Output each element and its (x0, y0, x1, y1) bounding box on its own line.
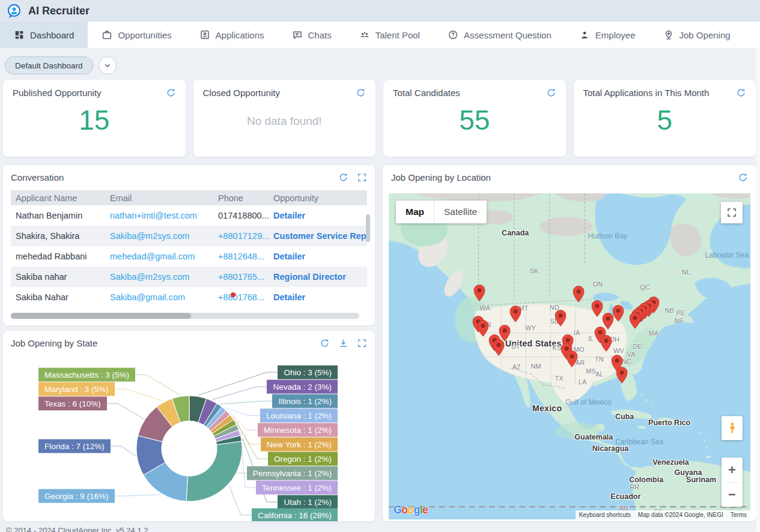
stat-empty-text: No data found! (203, 115, 366, 128)
tab-talent-pool[interactable]: Talent Pool (345, 22, 434, 48)
top-header: AI Recruiter (0, 0, 760, 22)
map-type-map-button[interactable]: Map (396, 201, 434, 223)
email-link[interactable]: mehedad@gmail.com (110, 252, 195, 261)
tab-label: Talent Pool (375, 30, 420, 40)
terms-link[interactable]: Terms (727, 510, 750, 519)
map-attribution: Keyboard shortcuts Map data ©2024 Google… (576, 510, 750, 519)
table-horizontal-scrollbar[interactable] (11, 313, 359, 319)
email-link[interactable]: nathan+imti@test.com (110, 211, 197, 220)
state-chip-ohio[interactable]: Ohio : 3 (5%) (278, 366, 338, 379)
column-header-email[interactable]: Email (105, 190, 213, 205)
refresh-icon[interactable] (736, 88, 746, 98)
pie-slice-california[interactable] (186, 441, 242, 501)
stats-row: Published Opportunity15Closed Opportunit… (3, 80, 756, 157)
stat-card-total-applications-in-this-month: Total Applications in This Month5 (574, 80, 756, 157)
table-row: Sakiba naharSakiba@m2sys.com+8801765...R… (11, 267, 367, 287)
map-marker-icon[interactable] (629, 312, 640, 331)
refresh-icon[interactable] (166, 88, 176, 98)
conversation-table: Applicant NameEmailPhoneOpportunity Nath… (11, 190, 367, 307)
state-chip-illinois[interactable]: Illinois : 1 (2%) (272, 394, 338, 408)
zoom-in-button[interactable]: + (722, 458, 743, 482)
app-logo-icon (6, 3, 22, 19)
map-marker-icon[interactable] (493, 339, 505, 358)
tab-job-opening[interactable]: Job Opening (649, 22, 744, 48)
state-chip-minnesota[interactable]: Minnesota : 1 (2%) (258, 423, 338, 437)
notification-dot (231, 292, 236, 297)
tab-label: Assessment Question (464, 30, 552, 40)
column-header-opportunity[interactable]: Opportunity (269, 190, 367, 205)
phone-link[interactable]: +8812648... (218, 252, 264, 261)
applicant-card-icon (199, 29, 210, 40)
tab-chats[interactable]: Chats (278, 22, 345, 48)
phone-link[interactable]: +88017129... (218, 231, 269, 241)
opportunity-link[interactable]: Detailer (273, 292, 305, 302)
phone-link[interactable]: +8801768... (218, 292, 264, 302)
tab-applications[interactable]: Applications (186, 22, 278, 48)
opportunity-link[interactable]: Detailer (273, 252, 305, 261)
state-chip-maryland[interactable]: Maryland : 3 (5%) (38, 382, 115, 396)
state-chip-tennessee[interactable]: Tennessee : 1 (2%) (256, 481, 338, 495)
state-chip-massachusetts[interactable]: Massachusetts : 3 (5%) (38, 368, 135, 382)
opportunity-link[interactable]: Customer Service Repr (273, 231, 367, 241)
opportunity-link[interactable]: Regional Director (273, 272, 346, 282)
state-chip-georgia[interactable]: Georgia : 9 (16%) (38, 489, 115, 503)
state-chip-california[interactable]: California : 16 (28%) (252, 509, 338, 522)
map-marker-icon[interactable] (555, 310, 566, 329)
state-chip-new-york[interactable]: New York : 1 (2%) (261, 438, 338, 452)
expand-icon[interactable] (357, 338, 367, 348)
street-view-pegman-button[interactable] (722, 416, 743, 440)
map-marker-icon[interactable] (567, 351, 578, 370)
zoom-out-button[interactable]: − (722, 483, 743, 507)
stat-value: 55 (393, 104, 556, 136)
dashboard-selector-pill[interactable]: Default Dashboard (5, 56, 93, 74)
map-data-text: Map data ©2024 Google, INEGI (634, 510, 727, 519)
state-chip-louisiana[interactable]: Louisiana : 1 (2%) (260, 409, 338, 423)
map-marker-icon[interactable] (600, 335, 612, 354)
page-scrollbar-track[interactable] (756, 48, 760, 532)
tab-label: Employee (595, 30, 636, 40)
map-marker-icon[interactable] (612, 305, 624, 324)
map-marker-icon[interactable] (473, 285, 485, 304)
table-vertical-scrollbar[interactable] (366, 214, 370, 242)
refresh-icon[interactable] (738, 172, 748, 183)
state-chip-texas[interactable]: Texas : 6 (10%) (38, 397, 107, 411)
download-icon[interactable] (338, 338, 348, 348)
map-marker-icon[interactable] (592, 300, 603, 319)
tab-employee[interactable]: Employee (565, 22, 649, 48)
phone-link[interactable]: +8801765... (218, 272, 264, 282)
refresh-icon[interactable] (546, 88, 556, 98)
google-map[interactable]: CanadaHudson BayLabrador SeaUnited State… (389, 193, 750, 519)
email-link[interactable]: Sakiba@gmail.com (110, 292, 185, 302)
state-chip-utah[interactable]: Utah : 1 (2%) (278, 495, 338, 509)
map-fullscreen-button[interactable] (721, 202, 743, 223)
dashboard-selector-expand-button[interactable] (99, 56, 117, 74)
map-marker-icon[interactable] (616, 367, 628, 386)
refresh-icon[interactable] (338, 172, 348, 183)
column-header-phone[interactable]: Phone (213, 190, 269, 205)
tab-dashboard[interactable]: Dashboard (0, 22, 88, 48)
refresh-icon[interactable] (356, 88, 366, 98)
tab-opportunities[interactable]: Opportunities (88, 22, 185, 48)
keyboard-shortcuts-link[interactable]: Keyboard shortcuts (576, 510, 634, 519)
state-chip-pennsylvania[interactable]: Pennsylvania : 1 (2%) (247, 467, 338, 480)
column-header-applicant-name[interactable]: Applicant Name (11, 190, 105, 205)
map-marker-icon[interactable] (510, 306, 521, 325)
state-chip-nevada[interactable]: Nevada : 2 (3%) (267, 380, 338, 394)
opportunity-link[interactable]: Detailer (273, 211, 305, 220)
conversation-title: Conversation (11, 172, 64, 183)
scrollbar-thumb[interactable] (11, 313, 191, 319)
state-chip-florida[interactable]: Florida : 7 (12%) (38, 440, 111, 453)
conversation-table-body: Nathan Benjaminnathan+imti@test.com01741… (11, 205, 367, 307)
expand-icon[interactable] (357, 172, 367, 183)
map-type-satellite-button[interactable]: Satellite (434, 201, 487, 223)
stat-card-title: Total Applications in This Month (583, 88, 710, 98)
refresh-icon[interactable] (320, 338, 330, 348)
email-link[interactable]: Sakiba@m2sys.com (110, 272, 189, 282)
state-chip-oregon[interactable]: Oregon : 1 (2%) (268, 452, 338, 466)
nav-tabs: DashboardOpportunitiesApplicationsChatsT… (0, 22, 760, 48)
email-link[interactable]: Sakiba@m2sys.com (110, 231, 189, 241)
tab-assessment-question[interactable]: Assessment Question (434, 22, 565, 48)
map-marker-icon[interactable] (478, 320, 489, 339)
applicant-name-cell: Sakiba nahar (11, 267, 105, 287)
map-marker-icon[interactable] (573, 286, 585, 305)
